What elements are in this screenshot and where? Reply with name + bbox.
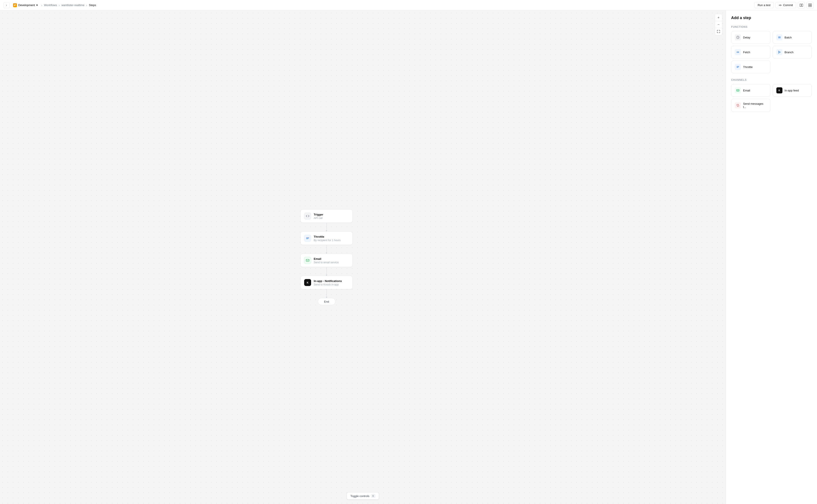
- throttle-node-text: Throttle By recipient for 1 hours: [314, 235, 341, 242]
- breadcrumb-sep-3: ›: [86, 3, 87, 7]
- svg-rect-7: [809, 5, 810, 7]
- run-test-button[interactable]: Run a test: [754, 2, 774, 8]
- trigger-node-subtitle: API call: [314, 216, 323, 219]
- send-messages-icon: [735, 102, 741, 108]
- header: ‹ 🏷 Development ▾ › Workflows › wantlist…: [0, 0, 817, 10]
- commit-button[interactable]: Commit: [776, 2, 796, 8]
- breadcrumb-current: Steps: [89, 3, 96, 7]
- inapp-feed-card[interactable]: K In-app feed: [773, 84, 812, 97]
- functions-grid: Delay Batch Fetch: [731, 31, 812, 73]
- throttle-node-icon: [304, 235, 311, 242]
- environment-selector[interactable]: 🏷 Development ▾: [11, 2, 40, 8]
- inapp-node-icon: K: [304, 279, 311, 286]
- delay-card[interactable]: Delay: [731, 31, 771, 44]
- batch-icon: [776, 34, 782, 40]
- email-channel-label: Email: [743, 89, 750, 92]
- env-icon: 🏷: [13, 3, 17, 7]
- throttle-node-title: Throttle: [314, 235, 341, 238]
- workflow-diagram: Trigger API call Throttle By recipient f…: [301, 209, 353, 305]
- svg-rect-12: [306, 259, 309, 262]
- delay-label: Delay: [743, 36, 750, 39]
- fit-view-icon: [717, 30, 720, 33]
- breadcrumb-sep-2: ›: [59, 3, 60, 7]
- fetch-svg-icon: [736, 51, 739, 54]
- inapp-node-text: In-app - Notifications Send to Knock in-…: [314, 279, 342, 286]
- toggle-controls-bar[interactable]: Toggle controls K: [347, 492, 379, 500]
- branch-card[interactable]: Branch: [773, 46, 812, 58]
- env-name: Development: [18, 3, 35, 7]
- trigger-node-icon: [304, 213, 311, 220]
- main-content: + − Trigger API call: [0, 10, 817, 504]
- trigger-node-text: Trigger API call: [314, 213, 323, 219]
- inapp-node-title: In-app - Notifications: [314, 279, 342, 282]
- delay-icon: [735, 34, 741, 40]
- branch-label: Branch: [785, 51, 794, 54]
- email-node-text: Email Send to email service: [314, 257, 339, 264]
- layout-button-2[interactable]: [807, 2, 814, 9]
- fetch-label: Fetch: [743, 51, 750, 54]
- breadcrumb-sep-1: ›: [41, 3, 42, 7]
- throttle-sidebar-icon: [735, 64, 741, 70]
- email-channel-icon: [735, 87, 741, 93]
- email-channel-card[interactable]: Email: [731, 84, 771, 97]
- layout-button-1[interactable]: [798, 2, 805, 9]
- layout-grid-icon: [808, 3, 812, 7]
- zoom-out-button[interactable]: −: [715, 21, 722, 28]
- trigger-node[interactable]: Trigger API call: [301, 209, 353, 223]
- inapp-node-subtitle: Send to Knock in-app: [314, 283, 342, 286]
- fetch-icon: [735, 49, 741, 55]
- channels-grid: Email K In-app feed Send messages t...: [731, 84, 812, 112]
- throttle-card[interactable]: Throttle: [731, 61, 771, 73]
- email-node-subtitle: Send to email service: [314, 261, 339, 264]
- back-button[interactable]: ‹: [3, 2, 10, 8]
- svg-point-24: [737, 106, 738, 107]
- batch-card[interactable]: Batch: [773, 31, 812, 44]
- send-messages-label: Send messages t...: [743, 102, 767, 109]
- batch-label: Batch: [785, 36, 792, 39]
- email-node-title: Email: [314, 257, 339, 260]
- breadcrumb-workflow-name[interactable]: wantlister-realtime: [61, 3, 84, 7]
- code-icon: [306, 214, 309, 218]
- branch-svg-icon: [778, 51, 781, 54]
- trigger-node-title: Trigger: [314, 213, 323, 216]
- throttle-icon: [306, 237, 309, 240]
- throttle-node[interactable]: Throttle By recipient for 1 hours: [301, 232, 353, 245]
- toggle-controls-kbd: K: [371, 494, 375, 498]
- email-node-icon: [304, 257, 311, 264]
- fit-view-button[interactable]: [715, 28, 722, 35]
- layout-columns-icon: [800, 3, 803, 7]
- workflow-canvas[interactable]: + − Trigger API call: [0, 10, 726, 504]
- channels-section-label: Channels: [731, 78, 812, 81]
- sidebar-title: Add a step: [731, 16, 812, 20]
- svg-rect-3: [800, 4, 801, 7]
- branch-icon: [776, 49, 782, 55]
- svg-rect-8: [810, 5, 812, 7]
- toggle-controls-label: Toggle controls: [351, 494, 369, 498]
- send-messages-card[interactable]: Send messages t...: [731, 99, 771, 112]
- svg-point-0: [780, 5, 781, 6]
- batch-svg-icon: [778, 36, 781, 39]
- svg-rect-6: [810, 4, 812, 5]
- svg-rect-4: [802, 4, 803, 7]
- svg-point-25: [738, 104, 739, 104]
- webhook-svg-icon: [736, 104, 739, 107]
- functions-section-label: Functions: [731, 25, 812, 28]
- throttle-node-subtitle: By recipient for 1 hours: [314, 239, 341, 242]
- inapp-feed-icon: K: [776, 87, 782, 93]
- svg-rect-5: [809, 4, 810, 5]
- delay-svg-icon: [736, 36, 739, 39]
- canvas-zoom-controls: + −: [715, 14, 722, 35]
- fetch-card[interactable]: Fetch: [731, 46, 771, 58]
- env-chevron-icon: ▾: [36, 3, 38, 7]
- email-node[interactable]: Email Send to email service: [301, 254, 353, 267]
- svg-rect-23: [737, 90, 739, 91]
- email-icon: [306, 259, 309, 262]
- zoom-in-button[interactable]: +: [715, 14, 722, 21]
- commit-icon: [779, 4, 782, 7]
- breadcrumb-workflows[interactable]: Workflows: [44, 3, 57, 7]
- end-node[interactable]: End: [318, 298, 336, 305]
- throttle-sidebar-svg-icon: [736, 65, 739, 68]
- inapp-feed-label: In-app feed: [785, 89, 799, 92]
- throttle-sidebar-label: Throttle: [743, 65, 753, 69]
- inapp-node[interactable]: K In-app - Notifications Send to Knock i…: [301, 276, 353, 289]
